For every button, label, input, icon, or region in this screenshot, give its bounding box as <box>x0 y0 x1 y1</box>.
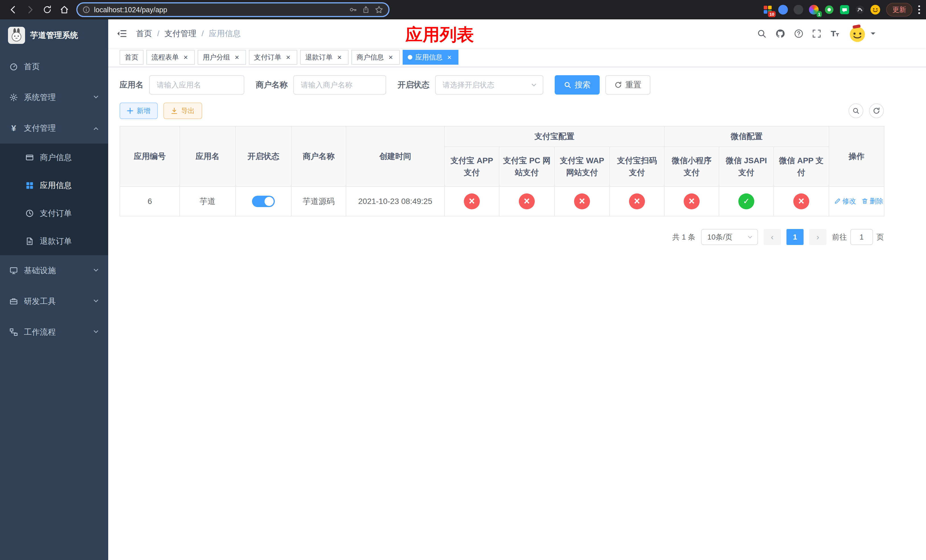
tab-user-group[interactable]: 用户分组× <box>198 50 246 65</box>
extension-chat-icon[interactable] <box>840 5 850 15</box>
add-button[interactable]: 新增 <box>120 103 158 119</box>
sidebar-item-dev-tools[interactable]: 研发工具 <box>0 286 108 317</box>
page-number-button[interactable]: 1 <box>787 229 803 245</box>
merchant-name-label: 商户名称 <box>256 79 287 90</box>
url-text[interactable]: localhost:1024/pay/app <box>94 6 345 14</box>
status-select[interactable]: 请选择开启状态 <box>435 75 543 95</box>
page-size-select[interactable]: 10条/页 <box>701 229 758 245</box>
tab-home[interactable]: 首页 <box>120 50 144 65</box>
close-icon[interactable]: × <box>233 53 241 61</box>
tab-process-form[interactable]: 流程表单× <box>146 50 195 65</box>
wx-app-status-icon <box>793 194 809 209</box>
extension-badge: 10 <box>768 11 776 17</box>
apps-table: 应用编号 应用名 开启状态 商户名称 创建时间 支付宝配置 微信配置 操作 支付… <box>120 126 884 216</box>
sidebar-item-system[interactable]: 系统管理 <box>0 82 108 113</box>
next-page-button[interactable]: › <box>809 229 826 245</box>
top-navbar: 首页 / 支付管理 / 应用信息 应用列表 <box>108 20 926 48</box>
sidebar-item-payment-orders[interactable]: 支付订单 <box>0 200 108 227</box>
breadcrumb: 首页 / 支付管理 / 应用信息 <box>136 28 241 39</box>
close-icon[interactable]: × <box>284 53 292 61</box>
sidebar-item-refund-orders[interactable]: 退款订单 <box>0 227 108 255</box>
reload-icon[interactable] <box>40 2 54 17</box>
col-alipay-app: 支付宝 APP 支付 <box>445 147 499 186</box>
browser-update-button[interactable]: 更新 <box>886 3 912 17</box>
browser-menu-icon[interactable] <box>918 5 920 14</box>
forward-icon[interactable] <box>23 2 38 17</box>
status-toggle[interactable] <box>252 196 275 207</box>
profile-avatar-icon[interactable] <box>870 5 881 15</box>
extension-rainbow-icon[interactable]: 1 <box>809 5 819 15</box>
search-icon[interactable] <box>757 29 767 38</box>
merchant-name-input[interactable] <box>293 75 386 95</box>
col-group-alipay: 支付宝配置 <box>445 126 664 147</box>
close-icon[interactable]: × <box>445 53 453 61</box>
table-toolbar: 新增 导出 <box>120 103 884 119</box>
prev-page-button[interactable]: ‹ <box>764 229 781 245</box>
tab-app-info[interactable]: 应用信息× <box>402 50 458 65</box>
sidebar-fold-icon[interactable] <box>117 29 127 39</box>
refresh-icon[interactable] <box>869 103 884 118</box>
extension-green-circle-icon[interactable] <box>824 5 834 15</box>
user-avatar[interactable] <box>848 24 876 43</box>
breadcrumb-home[interactable]: 首页 <box>136 28 152 39</box>
export-button[interactable]: 导出 <box>163 103 202 119</box>
toggle-search-icon[interactable] <box>849 103 863 118</box>
help-icon[interactable] <box>794 29 803 38</box>
close-icon[interactable]: × <box>182 53 190 61</box>
delete-link[interactable]: 删除 <box>862 197 883 206</box>
home-icon[interactable] <box>57 2 72 17</box>
tab-merchant-info[interactable]: 商户信息× <box>351 50 400 65</box>
alipay-qr-status-icon <box>629 194 645 209</box>
breadcrumb-payment[interactable]: 支付管理 <box>165 28 197 39</box>
font-size-icon[interactable] <box>830 29 840 38</box>
share-icon[interactable] <box>362 6 369 14</box>
tags-view: 首页 流程表单× 用户分组× 支付订单× 退款订单× 商户信息× 应用信息× <box>108 48 926 67</box>
goto-page-input[interactable] <box>850 229 873 245</box>
chevron-down-icon <box>93 93 99 102</box>
col-app-name: 应用名 <box>180 126 236 186</box>
browser-toolbar: localhost:1024/pay/app 10 1 <box>0 0 926 20</box>
reset-button[interactable]: 重置 <box>605 75 651 95</box>
caret-down-icon <box>870 31 876 36</box>
sidebar-item-workflow[interactable]: 工作流程 <box>0 317 108 348</box>
document-icon <box>25 237 34 245</box>
sidebar-item-infra[interactable]: 基础设施 <box>0 255 108 286</box>
sidebar-item-merchant-info[interactable]: 商户信息 <box>0 144 108 171</box>
close-icon[interactable]: × <box>336 53 343 61</box>
col-created: 创建时间 <box>346 126 445 186</box>
app-logo[interactable]: 芋道管理系统 <box>0 20 108 51</box>
back-icon[interactable] <box>6 2 21 17</box>
sidebar-item-app-info[interactable]: 应用信息 <box>0 171 108 200</box>
tab-payment-orders[interactable]: 支付订单× <box>249 50 297 65</box>
col-alipay-wap: 支付宝 WAP 网站支付 <box>554 147 610 186</box>
gear-icon <box>9 93 18 102</box>
extension-grid-icon[interactable]: 10 <box>763 5 773 15</box>
clock-icon <box>25 209 34 218</box>
bookmark-star-icon[interactable] <box>375 5 383 14</box>
cell-app-name: 芋道 <box>180 186 236 216</box>
close-icon[interactable]: × <box>387 53 395 61</box>
extension-dark-icon[interactable] <box>793 5 803 15</box>
sidebar-item-home[interactable]: 首页 <box>0 51 108 82</box>
credit-card-icon <box>25 153 34 162</box>
chevron-down-icon <box>93 266 99 275</box>
password-key-icon[interactable] <box>349 6 357 14</box>
site-info-icon[interactable] <box>83 6 90 14</box>
extensions-area: 10 1 <box>763 5 881 15</box>
extension-blue-icon[interactable] <box>778 5 788 15</box>
address-bar[interactable]: localhost:1024/pay/app <box>76 2 390 17</box>
search-icon <box>564 81 571 89</box>
tab-refund-orders[interactable]: 退款订单× <box>300 50 348 65</box>
alipay-wap-status-icon <box>574 194 590 209</box>
edit-link[interactable]: 修改 <box>834 197 856 206</box>
app-name-input[interactable] <box>149 75 244 95</box>
dashboard-icon <box>9 62 18 71</box>
payment-submenu: 商户信息 应用信息 支付订单 退款订单 <box>0 144 108 255</box>
github-icon[interactable] <box>775 29 785 39</box>
sidebar-item-payment[interactable]: ¥ 支付管理 <box>0 113 108 144</box>
page-title: 应用列表 <box>406 23 474 47</box>
search-button[interactable]: 搜索 <box>555 75 600 95</box>
cell-created: 2021-10-23 08:49:25 <box>346 186 445 216</box>
extension-knot-icon[interactable] <box>855 5 865 15</box>
fullscreen-icon[interactable] <box>812 29 821 38</box>
